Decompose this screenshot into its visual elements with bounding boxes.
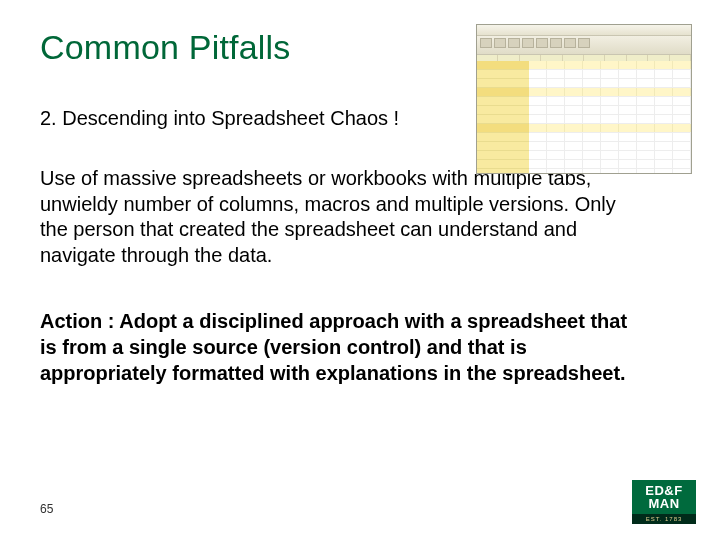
logo-line2: MAN (648, 496, 679, 511)
brand-logo: ED&F MAN EST. 1783 (632, 480, 696, 524)
logo-est: EST. 1783 (632, 514, 696, 524)
logo-text: ED&F MAN (632, 480, 696, 514)
spreadsheet-thumbnail (476, 24, 692, 174)
slide: Common Pitfalls 2. Descending into Sprea… (0, 0, 720, 540)
body-text: Use of massive spreadsheets or workbooks… (40, 166, 640, 268)
page-number: 65 (40, 502, 53, 516)
action-text: Action : Adopt a disciplined approach wi… (40, 308, 640, 386)
